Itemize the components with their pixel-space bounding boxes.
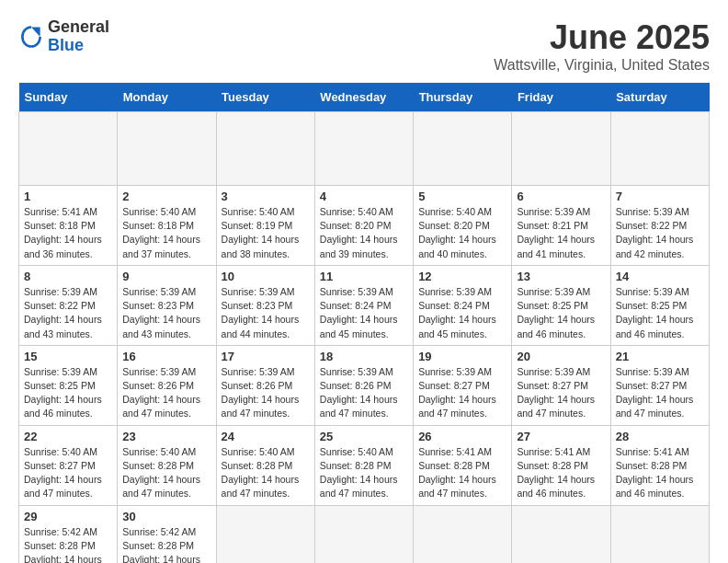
- weekday-saturday: Saturday: [610, 83, 709, 112]
- title-block: June 2025 Wattsville, Virginia, United S…: [494, 18, 710, 74]
- day-info: Sunrise: 5:41 AM Sunset: 8:28 PM Dayligh…: [616, 445, 704, 501]
- day-number: 17: [222, 350, 310, 363]
- calendar-week-row: [19, 112, 710, 186]
- day-info: Sunrise: 5:39 AM Sunset: 8:26 PM Dayligh…: [122, 365, 210, 421]
- calendar-cell: 5Sunrise: 5:40 AM Sunset: 8:20 PM Daylig…: [414, 186, 512, 266]
- day-number: 30: [122, 510, 210, 523]
- logo-text: GeneralBlue: [48, 18, 109, 55]
- calendar-week-row: 8Sunrise: 5:39 AM Sunset: 8:22 PM Daylig…: [19, 265, 710, 345]
- calendar-cell: [118, 112, 216, 186]
- day-number: 7: [616, 190, 704, 203]
- day-info: Sunrise: 5:40 AM Sunset: 8:18 PM Dayligh…: [122, 205, 210, 261]
- calendar-cell: [512, 112, 610, 186]
- day-info: Sunrise: 5:40 AM Sunset: 8:27 PM Dayligh…: [24, 445, 112, 501]
- day-number: 23: [122, 430, 210, 443]
- calendar-cell: [512, 505, 610, 563]
- day-info: Sunrise: 5:39 AM Sunset: 8:22 PM Dayligh…: [616, 205, 704, 261]
- calendar-cell: 11Sunrise: 5:39 AM Sunset: 8:24 PM Dayli…: [314, 265, 413, 345]
- day-number: 14: [616, 270, 704, 283]
- weekday-thursday: Thursday: [414, 83, 512, 112]
- weekday-tuesday: Tuesday: [216, 83, 314, 112]
- weekday-header-row: SundayMondayTuesdayWednesdayThursdayFrid…: [19, 83, 710, 112]
- day-info: Sunrise: 5:39 AM Sunset: 8:22 PM Dayligh…: [24, 285, 112, 341]
- day-info: Sunrise: 5:39 AM Sunset: 8:25 PM Dayligh…: [616, 285, 704, 341]
- calendar-cell: 21Sunrise: 5:39 AM Sunset: 8:27 PM Dayli…: [610, 345, 709, 425]
- calendar-cell: [610, 505, 709, 563]
- calendar-cell: 19Sunrise: 5:39 AM Sunset: 8:27 PM Dayli…: [414, 345, 512, 425]
- day-number: 21: [616, 350, 704, 363]
- calendar-header: SundayMondayTuesdayWednesdayThursdayFrid…: [19, 83, 710, 112]
- calendar-title: June 2025: [494, 18, 710, 57]
- calendar-cell: 25Sunrise: 5:40 AM Sunset: 8:28 PM Dayli…: [314, 425, 413, 505]
- calendar-cell: [414, 112, 512, 186]
- day-number: 1: [24, 190, 112, 203]
- day-info: Sunrise: 5:39 AM Sunset: 8:23 PM Dayligh…: [122, 285, 210, 341]
- calendar-cell: 12Sunrise: 5:39 AM Sunset: 8:24 PM Dayli…: [414, 265, 512, 345]
- day-info: Sunrise: 5:40 AM Sunset: 8:28 PM Dayligh…: [122, 445, 210, 501]
- weekday-wednesday: Wednesday: [314, 83, 413, 112]
- logo: GeneralBlue: [18, 18, 109, 55]
- calendar-cell: 1Sunrise: 5:41 AM Sunset: 8:18 PM Daylig…: [19, 186, 118, 266]
- calendar-cell: 8Sunrise: 5:39 AM Sunset: 8:22 PM Daylig…: [19, 265, 118, 345]
- calendar-table: SundayMondayTuesdayWednesdayThursdayFrid…: [18, 83, 710, 563]
- day-number: 5: [418, 190, 506, 203]
- calendar-cell: 24Sunrise: 5:40 AM Sunset: 8:28 PM Dayli…: [216, 425, 314, 505]
- day-info: Sunrise: 5:39 AM Sunset: 8:24 PM Dayligh…: [418, 285, 506, 341]
- day-info: Sunrise: 5:39 AM Sunset: 8:25 PM Dayligh…: [24, 365, 112, 421]
- day-number: 24: [222, 430, 310, 443]
- calendar-cell: 7Sunrise: 5:39 AM Sunset: 8:22 PM Daylig…: [610, 186, 709, 266]
- calendar-cell: 28Sunrise: 5:41 AM Sunset: 8:28 PM Dayli…: [610, 425, 709, 505]
- calendar-week-row: 15Sunrise: 5:39 AM Sunset: 8:25 PM Dayli…: [19, 345, 710, 425]
- day-number: 15: [24, 350, 112, 363]
- calendar-cell: 14Sunrise: 5:39 AM Sunset: 8:25 PM Dayli…: [610, 265, 709, 345]
- day-info: Sunrise: 5:42 AM Sunset: 8:28 PM Dayligh…: [24, 525, 112, 564]
- day-info: Sunrise: 5:39 AM Sunset: 8:23 PM Dayligh…: [222, 285, 310, 341]
- day-number: 10: [222, 270, 310, 283]
- calendar-week-row: 29Sunrise: 5:42 AM Sunset: 8:28 PM Dayli…: [19, 505, 710, 563]
- calendar-cell: 6Sunrise: 5:39 AM Sunset: 8:21 PM Daylig…: [512, 186, 610, 266]
- day-number: 28: [616, 430, 704, 443]
- day-info: Sunrise: 5:40 AM Sunset: 8:28 PM Dayligh…: [222, 445, 310, 501]
- calendar-cell: [314, 505, 413, 563]
- weekday-friday: Friday: [512, 83, 610, 112]
- calendar-cell: [216, 505, 314, 563]
- page-header: GeneralBlue June 2025 Wattsville, Virgin…: [18, 18, 710, 74]
- day-number: 3: [222, 190, 310, 203]
- day-number: 26: [418, 430, 506, 443]
- day-number: 12: [418, 270, 506, 283]
- day-number: 27: [517, 430, 605, 443]
- calendar-cell: [414, 505, 512, 563]
- day-info: Sunrise: 5:40 AM Sunset: 8:20 PM Dayligh…: [320, 205, 408, 261]
- day-number: 4: [320, 190, 408, 203]
- day-number: 16: [122, 350, 210, 363]
- day-info: Sunrise: 5:39 AM Sunset: 8:26 PM Dayligh…: [222, 365, 310, 421]
- calendar-cell: 23Sunrise: 5:40 AM Sunset: 8:28 PM Dayli…: [118, 425, 216, 505]
- day-number: 29: [24, 510, 112, 523]
- day-info: Sunrise: 5:41 AM Sunset: 8:28 PM Dayligh…: [517, 445, 605, 501]
- day-info: Sunrise: 5:39 AM Sunset: 8:21 PM Dayligh…: [517, 205, 605, 261]
- calendar-cell: 18Sunrise: 5:39 AM Sunset: 8:26 PM Dayli…: [314, 345, 413, 425]
- calendar-week-row: 1Sunrise: 5:41 AM Sunset: 8:18 PM Daylig…: [19, 186, 710, 266]
- calendar-cell: [216, 112, 314, 186]
- calendar-cell: 2Sunrise: 5:40 AM Sunset: 8:18 PM Daylig…: [118, 186, 216, 266]
- day-number: 22: [24, 430, 112, 443]
- day-number: 20: [517, 350, 605, 363]
- day-number: 6: [517, 190, 605, 203]
- calendar-cell: 22Sunrise: 5:40 AM Sunset: 8:27 PM Dayli…: [19, 425, 118, 505]
- weekday-monday: Monday: [118, 83, 216, 112]
- calendar-cell: 4Sunrise: 5:40 AM Sunset: 8:20 PM Daylig…: [314, 186, 413, 266]
- calendar-subtitle: Wattsville, Virginia, United States: [494, 57, 710, 74]
- logo-icon: [18, 24, 44, 50]
- calendar-cell: 29Sunrise: 5:42 AM Sunset: 8:28 PM Dayli…: [19, 505, 118, 563]
- day-info: Sunrise: 5:39 AM Sunset: 8:27 PM Dayligh…: [517, 365, 605, 421]
- day-info: Sunrise: 5:40 AM Sunset: 8:28 PM Dayligh…: [320, 445, 408, 501]
- calendar-body: 1Sunrise: 5:41 AM Sunset: 8:18 PM Daylig…: [19, 112, 710, 564]
- calendar-cell: [610, 112, 709, 186]
- calendar-cell: [314, 112, 413, 186]
- day-number: 25: [320, 430, 408, 443]
- weekday-sunday: Sunday: [19, 83, 118, 112]
- calendar-cell: 13Sunrise: 5:39 AM Sunset: 8:25 PM Dayli…: [512, 265, 610, 345]
- calendar-cell: 15Sunrise: 5:39 AM Sunset: 8:25 PM Dayli…: [19, 345, 118, 425]
- calendar-cell: 30Sunrise: 5:42 AM Sunset: 8:28 PM Dayli…: [118, 505, 216, 563]
- day-info: Sunrise: 5:42 AM Sunset: 8:28 PM Dayligh…: [122, 525, 210, 564]
